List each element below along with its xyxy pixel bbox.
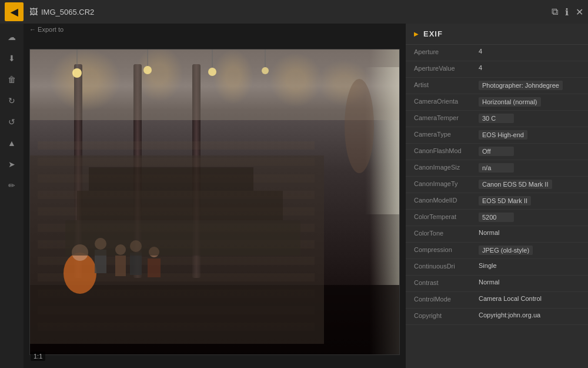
exif-key: CanonImageTy	[414, 180, 479, 187]
exif-row: ControlModeCamera Local Control	[406, 292, 588, 309]
exif-collapse-icon[interactable]: ▶	[414, 31, 419, 37]
exif-key: CameraOrienta	[414, 97, 479, 105]
exif-row: ContrastNormal	[406, 276, 588, 292]
sidebar-icon-edit[interactable]: ✏	[3, 177, 21, 194]
photo-display	[29, 49, 400, 355]
exif-row: CanonModelIDEOS 5D Mark II	[406, 193, 588, 210]
sidebar-icon-send[interactable]: ➤	[3, 155, 21, 173]
exif-value: 5200	[479, 213, 514, 222]
sidebar-icon-cloud[interactable]: ☁	[3, 28, 21, 46]
file-title: IMG_5065.CR2	[41, 8, 94, 16]
exif-key: CanonModelID	[414, 196, 479, 204]
exif-key: Aperture	[414, 48, 479, 55]
duplicate-icon[interactable]: ⧉	[552, 6, 558, 17]
sidebar-icon-rotate-cw[interactable]: ↻	[3, 92, 21, 110]
exif-table[interactable]: Aperture4ApertureValue4ArtistPhotographe…	[406, 45, 588, 368]
exif-key: Contrast	[414, 279, 479, 286]
exif-row: ColorTemperat5200	[406, 210, 588, 226]
exif-row: CanonFlashModOff	[406, 144, 588, 160]
zoom-indicator: 1:1	[31, 352, 45, 361]
exif-row: CameraTemper30 C	[406, 111, 588, 127]
exif-key: Compression	[414, 246, 479, 253]
sidebar-icon-trash[interactable]: 🗑	[3, 71, 21, 88]
title-bar: ◀ 🖼 IMG_5065.CR2 ⧉ ℹ ✕	[0, 0, 588, 24]
exif-value: EOS 5D Mark II	[479, 196, 531, 205]
exif-key: Artist	[414, 81, 479, 88]
exif-row: CameraTypeEOS High-end	[406, 127, 588, 144]
right-panel: ▶ EXIF Aperture4ApertureValue4ArtistPhot…	[406, 24, 588, 368]
exif-value: 4	[479, 48, 580, 55]
info-icon[interactable]: ℹ	[565, 6, 569, 18]
exif-row: CameraOrientaHorizontal (normal)	[406, 94, 588, 111]
close-icon[interactable]: ✕	[576, 6, 583, 18]
exif-key: ControlMode	[414, 295, 479, 303]
exif-row: ApertureValue4	[406, 61, 588, 78]
exif-value: EOS High-end	[479, 130, 527, 140]
titlebar-controls: ⧉ ℹ ✕	[552, 6, 583, 18]
image-container: 1:1	[24, 35, 406, 368]
exif-row: ContinuousDriSingle	[406, 259, 588, 276]
exif-row: CompressionJPEG (old-style)	[406, 243, 588, 259]
file-icon: 🖼	[29, 7, 38, 16]
exif-key: Copyright	[414, 311, 479, 319]
exif-value: Canon EOS 5D Mark II	[479, 180, 552, 189]
exif-value: 30 C	[479, 114, 514, 123]
exif-key: CanonFlashMod	[414, 147, 479, 154]
exif-value: Horizontal (normal)	[479, 97, 541, 107]
left-sidebar: ☁ ⬇ 🗑 ↻ ↺ ▲ ➤ ✏	[0, 24, 24, 368]
exif-row: CanonImageSizn/a	[406, 160, 588, 177]
exif-value: Off	[479, 147, 514, 156]
image-area: ← Export to	[24, 24, 406, 368]
exif-key: ContinuousDri	[414, 262, 479, 270]
exif-row: ArtistPhotographer: Johndegree	[406, 78, 588, 94]
exif-value: Camera Local Control	[479, 295, 580, 302]
exif-key: CameraTemper	[414, 114, 479, 121]
exif-value: Copyright:john.org.ua	[479, 311, 580, 319]
back-button[interactable]: ◀	[5, 2, 24, 21]
crowd-overlay	[38, 141, 315, 339]
exif-value: Single	[479, 262, 580, 269]
exif-value: 4	[479, 64, 580, 71]
exif-header: ▶ EXIF	[406, 24, 588, 45]
exif-key: ApertureValue	[414, 64, 479, 72]
sidebar-icon-download[interactable]: ⬇	[3, 49, 21, 67]
exif-key: CameraType	[414, 130, 479, 138]
exif-key: ColorTone	[414, 229, 479, 237]
exif-value: JPEG (old-style)	[479, 246, 533, 255]
exif-row: CopyrightCopyright:john.org.ua	[406, 309, 588, 325]
exif-value: n/a	[479, 163, 514, 173]
exif-row: ColorToneNormal	[406, 226, 588, 243]
export-button[interactable]: ← Export to	[29, 26, 64, 33]
back-icon: ◀	[11, 6, 18, 18]
exif-value: Normal	[479, 229, 580, 236]
exif-row: CanonImageTyCanon EOS 5D Mark II	[406, 177, 588, 193]
exif-row: Aperture4	[406, 45, 588, 61]
exif-key: ColorTemperat	[414, 213, 479, 220]
image-topbar: ← Export to	[24, 24, 406, 35]
sidebar-icon-triangle[interactable]: ▲	[3, 134, 21, 152]
exif-key: CanonImageSiz	[414, 163, 479, 171]
exif-value: Photographer: Johndegree	[479, 81, 563, 90]
sidebar-icon-rotate-ccw[interactable]: ↺	[3, 113, 21, 131]
exif-title: EXIF	[423, 29, 443, 38]
exif-value: Normal	[479, 279, 580, 286]
main-layout: ☁ ⬇ 🗑 ↻ ↺ ▲ ➤ ✏ ← Export to	[0, 24, 588, 368]
